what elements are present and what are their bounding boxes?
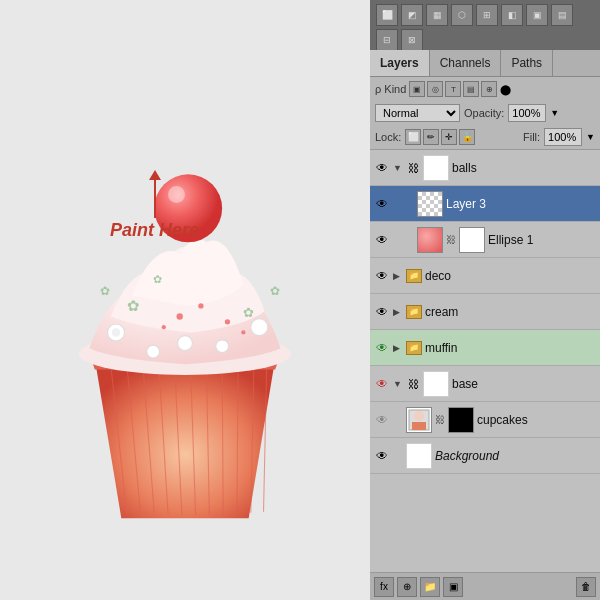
paint-here-text: Paint Here <box>110 220 199 241</box>
layer-row-balls[interactable]: 👁 ▼ ⛓ balls <box>370 150 600 186</box>
fill-arrow[interactable]: ▼ <box>586 132 595 142</box>
arrow-up-icon <box>154 178 156 218</box>
opacity-arrow[interactable]: ▼ <box>550 108 559 118</box>
thumb-cupcakes <box>406 407 432 433</box>
layer-row-ellipse1[interactable]: 👁 ⛓ Ellipse 1 <box>370 222 600 258</box>
lock-position[interactable]: ✛ <box>441 129 457 145</box>
layer-name-layer3: Layer 3 <box>446 197 596 211</box>
tool-btn-8[interactable]: ▤ <box>551 4 573 26</box>
svg-point-24 <box>198 303 203 308</box>
visibility-layer3[interactable]: 👁 <box>374 196 390 212</box>
svg-point-17 <box>216 340 229 353</box>
svg-text:✿: ✿ <box>153 273 162 285</box>
filter-icon-pixel[interactable]: ▣ <box>409 81 425 97</box>
layer-name-background: Background <box>435 449 596 463</box>
expand-base[interactable]: ▼ <box>393 379 403 389</box>
visibility-balls[interactable]: 👁 <box>374 160 390 176</box>
chain-cupcakes: ⛓ <box>435 414 445 425</box>
filter-label: ρ Kind <box>375 83 406 95</box>
btn-new-layer[interactable]: ▣ <box>443 577 463 597</box>
layer-name-balls: balls <box>452 161 596 175</box>
chain-ellipse1: ⛓ <box>446 234 456 245</box>
btn-add-mask[interactable]: ⊕ <box>397 577 417 597</box>
btn-new-group[interactable]: 📁 <box>420 577 440 597</box>
folder-icon-cream: 📁 <box>406 305 422 319</box>
layer-row-layer3[interactable]: 👁 Layer 3 <box>370 186 600 222</box>
lock-all[interactable]: 🔒 <box>459 129 475 145</box>
svg-point-26 <box>162 325 166 329</box>
thumb-ellipse1 <box>417 227 443 253</box>
visibility-base[interactable]: 👁 <box>374 376 390 392</box>
svg-point-25 <box>225 319 230 324</box>
tool-btn-2[interactable]: ◩ <box>401 4 423 26</box>
layer-name-base: base <box>452 377 596 391</box>
filter-icon-type[interactable]: T <box>445 81 461 97</box>
layers-panel: ⬜ ◩ ▦ ⬡ ⊞ ◧ ▣ ▤ ⊟ ⊠ Layers Channels Path… <box>370 0 600 600</box>
visibility-background[interactable]: 👁 <box>374 448 390 464</box>
tab-paths[interactable]: Paths <box>501 50 553 76</box>
svg-text:✿: ✿ <box>243 305 254 320</box>
layer-row-deco[interactable]: 👁 ▶ 📁 deco <box>370 258 600 294</box>
layer-row-background[interactable]: 👁 Background <box>370 438 600 474</box>
tool-btn-9[interactable]: ⊟ <box>376 29 398 51</box>
filter-icon-shape[interactable]: ▤ <box>463 81 479 97</box>
svg-point-14 <box>251 319 268 336</box>
paint-here-label: Paint Here <box>110 178 199 241</box>
tool-btn-1[interactable]: ⬜ <box>376 4 398 26</box>
visibility-deco[interactable]: 👁 <box>374 268 390 284</box>
tab-layers[interactable]: Layers <box>370 50 430 76</box>
layer-name-cupcakes: cupcakes <box>477 413 596 427</box>
filter-icon-smart[interactable]: ⊕ <box>481 81 497 97</box>
tool-btn-6[interactable]: ◧ <box>501 4 523 26</box>
lock-label: Lock: <box>375 131 401 143</box>
tool-btn-7[interactable]: ▣ <box>526 4 548 26</box>
tool-btn-4[interactable]: ⬡ <box>451 4 473 26</box>
visibility-cupcakes[interactable]: 👁 <box>374 412 390 428</box>
layer-name-ellipse1: Ellipse 1 <box>488 233 596 247</box>
tool-btn-5[interactable]: ⊞ <box>476 4 498 26</box>
panel-tabs: Layers Channels Paths <box>370 50 600 77</box>
expand-balls[interactable]: ▼ <box>393 163 403 173</box>
expand-muffin[interactable]: ▶ <box>393 343 403 353</box>
layer-row-muffin[interactable]: 👁 ▶ 📁 muffin <box>370 330 600 366</box>
tab-channels[interactable]: Channels <box>430 50 502 76</box>
filter-icon-adjust[interactable]: ◎ <box>427 81 443 97</box>
tool-btn-10[interactable]: ⊠ <box>401 29 423 51</box>
svg-text:✿: ✿ <box>127 298 140 314</box>
panel-bottom: fx ⊕ 📁 ▣ 🗑 <box>370 572 600 600</box>
layer-row-cream[interactable]: 👁 ▶ 📁 cream <box>370 294 600 330</box>
visibility-cream[interactable]: 👁 <box>374 304 390 320</box>
btn-delete-layer[interactable]: 🗑 <box>576 577 596 597</box>
visibility-muffin[interactable]: 👁 <box>374 340 390 356</box>
thumb-base <box>423 371 449 397</box>
opacity-label: Opacity: <box>464 107 504 119</box>
layer-row-base[interactable]: 👁 ▼ ⛓ base <box>370 366 600 402</box>
svg-point-31 <box>414 411 424 421</box>
svg-text:✿: ✿ <box>100 284 110 297</box>
panel-toolbar: ⬜ ◩ ▦ ⬡ ⊞ ◧ ▣ ▤ ⊟ ⊠ <box>370 0 600 50</box>
blend-mode-select[interactable]: Normal Multiply Screen Overlay <box>375 104 460 122</box>
opacity-input[interactable] <box>508 104 546 122</box>
layer-name-deco: deco <box>425 269 596 283</box>
layer-name-muffin: muffin <box>425 341 596 355</box>
svg-point-13 <box>112 328 120 336</box>
filter-toggle[interactable]: ⬤ <box>500 84 511 95</box>
svg-point-23 <box>177 313 183 319</box>
folder-icon-muffin: 📁 <box>406 341 422 355</box>
link-icon-balls: ⛓ <box>406 161 420 175</box>
expand-deco[interactable]: ▶ <box>393 271 403 281</box>
lock-transparent[interactable]: ⬜ <box>405 129 421 145</box>
expand-cream[interactable]: ▶ <box>393 307 403 317</box>
filter-bar: ρ Kind ▣ ◎ T ▤ ⊕ ⬤ <box>370 77 600 101</box>
svg-text:✿: ✿ <box>270 284 280 297</box>
layer-name-cream: cream <box>425 305 596 319</box>
fill-label: Fill: <box>523 131 540 143</box>
fill-input[interactable] <box>544 128 582 146</box>
tool-btn-3[interactable]: ▦ <box>426 4 448 26</box>
lock-image[interactable]: ✏ <box>423 129 439 145</box>
btn-layer-effects[interactable]: fx <box>374 577 394 597</box>
layer-row-cupcakes[interactable]: 👁 ⛓ cupcakes <box>370 402 600 438</box>
mask-cupcakes <box>448 407 474 433</box>
thumb-balls <box>423 155 449 181</box>
visibility-ellipse1[interactable]: 👁 <box>374 232 390 248</box>
